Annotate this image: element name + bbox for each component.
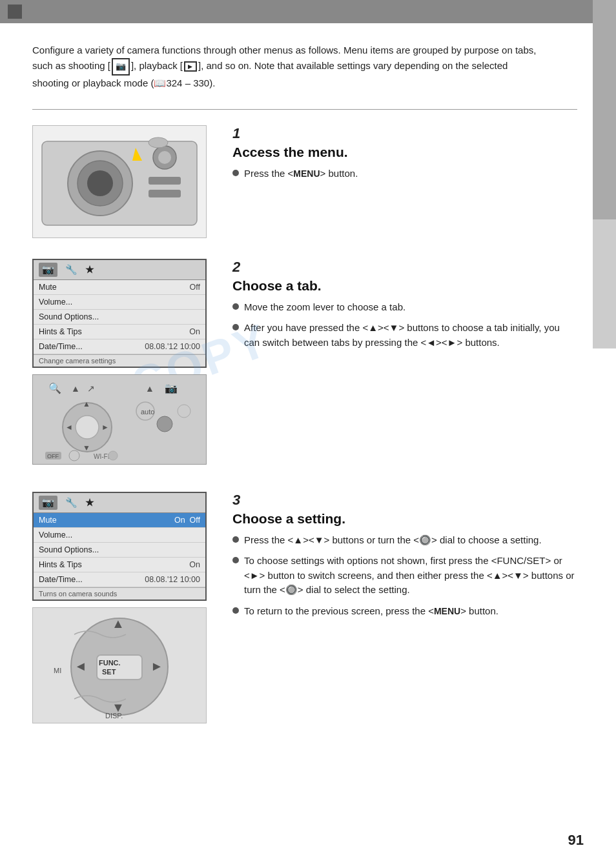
svg-text:▲: ▲ — [145, 383, 154, 394]
svg-text:↗: ↗ — [87, 383, 95, 394]
tab-star: ★ — [85, 264, 94, 276]
step-3-bullet-3: To return to the previous screen, press … — [232, 604, 577, 619]
camera-photo — [32, 125, 207, 238]
bullet-dot-2a — [232, 303, 239, 310]
svg-text:DISP.: DISP. — [105, 712, 123, 720]
step-3-row: 📷 🔧 ★ MuteOn Off Volume... Sound Options… — [32, 492, 577, 723]
svg-text:◄: ◄ — [74, 659, 87, 673]
menu-footer-1: Change camera settings — [34, 354, 205, 367]
camera-body-svg: 🔍 ▲ ↗ ▲ 📷 ▲ ▼ ◄ ► auto — [36, 376, 203, 463]
menu-row-sound-options-2: Sound Options... — [34, 543, 205, 558]
svg-point-5 — [158, 151, 171, 164]
svg-point-9 — [149, 137, 168, 148]
menu-row-volume: Volume... — [34, 295, 205, 310]
svg-point-3 — [87, 170, 113, 196]
step-3-bullet-2: To choose settings with options not show… — [232, 554, 577, 598]
menu-row-mute: MuteOff — [34, 280, 205, 295]
svg-text:FUNC.: FUNC. — [99, 659, 121, 667]
top-bar — [0, 0, 616, 23]
svg-text:▲: ▲ — [71, 383, 80, 394]
svg-text:WI-FI: WI-FI — [94, 453, 109, 460]
svg-rect-6 — [149, 177, 181, 185]
svg-text:▲: ▲ — [112, 616, 125, 631]
step-2-title: Choose a tab. — [232, 278, 577, 294]
main-content: Configure a variety of camera functions … — [0, 23, 616, 763]
camera-icon: 📷 — [112, 58, 130, 76]
bullet-dot-2b — [232, 324, 239, 330]
menu-row-hints-2: Hints & TipsOn — [34, 558, 205, 572]
menu-footer-2: Turns on camera sounds — [34, 587, 205, 600]
step-2-row: 📷 🔧 ★ MuteOff Volume... Sound Options... — [32, 259, 577, 471]
tab-settings-2: 🔧 — [65, 497, 77, 509]
camera-body-diagram: 🔍 ▲ ↗ ▲ 📷 ▲ ▼ ◄ ► auto — [32, 374, 207, 465]
svg-text:OFF: OFF — [47, 453, 59, 459]
tab-camera-2: 📷 — [39, 496, 57, 510]
step-3-title: Choose a setting. — [232, 511, 577, 527]
step-3-text: 3 Choose a setting. Press the <▲><▼> but… — [232, 492, 577, 625]
svg-text:🔍: 🔍 — [48, 382, 61, 394]
step-2-bullets: Move the zoom lever to choose a tab. Aft… — [232, 300, 577, 350]
right-sidebar-lower — [593, 219, 616, 348]
playback-icon — [184, 61, 197, 72]
tab-star-2: ★ — [85, 497, 94, 509]
step-2-bullet-1: Move the zoom lever to choose a tab. — [232, 300, 577, 315]
svg-text:◄: ◄ — [65, 423, 73, 432]
section-divider — [32, 109, 577, 110]
menu-row-mute-2: MuteOn Off — [34, 513, 205, 528]
step-2-bullet-2: After you have pressed the <▲><▼> button… — [232, 321, 577, 350]
step-2-image-area: 📷 🔧 ★ MuteOff Volume... Sound Options... — [32, 259, 213, 471]
svg-text:📷: 📷 — [165, 382, 178, 394]
bullet-dot-3a — [232, 536, 239, 543]
svg-text:auto: auto — [141, 408, 154, 416]
step-2-number: 2 — [232, 259, 577, 276]
menu-row-hints: Hints & TipsOn — [34, 325, 205, 339]
step-1-bullet-1: Press the <MENU> button. — [232, 167, 577, 181]
page-number: 91 — [568, 832, 584, 849]
tab-camera: 📷 — [39, 263, 57, 277]
func-svg: ▲ ▼ ◄ ► FUNC. SET MI DISP. — [36, 609, 203, 722]
svg-text:SET: SET — [102, 668, 116, 676]
menu-screen-1: 📷 🔧 ★ MuteOff Volume... Sound Options... — [32, 259, 207, 368]
bullet-dot — [232, 170, 239, 176]
svg-point-29 — [108, 451, 118, 460]
svg-text:MI: MI — [54, 667, 61, 674]
step-3-number: 3 — [232, 492, 577, 509]
svg-text:▼: ▼ — [83, 443, 90, 452]
camera-diagram-svg — [36, 128, 203, 235]
menu-tabs-2: 📷 🔧 ★ — [34, 493, 205, 513]
step-2-text: 2 Choose a tab. Move the zoom lever to c… — [232, 259, 577, 357]
func-button-image: ▲ ▼ ◄ ► FUNC. SET MI DISP. — [32, 607, 207, 723]
tab-settings: 🔧 — [65, 264, 77, 276]
menu-row-datetime: Date/Time...08.08.'12 10:00 — [34, 339, 205, 354]
svg-text:▲: ▲ — [83, 399, 90, 409]
step-1-image-area — [32, 125, 213, 238]
svg-point-24 — [178, 405, 190, 418]
top-bar-square — [8, 5, 22, 19]
svg-point-23 — [157, 416, 172, 432]
menu-tabs-1: 📷 🔧 ★ — [34, 260, 205, 280]
menu-rows-1: MuteOff Volume... Sound Options... Hints… — [34, 280, 205, 354]
step-1-number: 1 — [232, 125, 577, 142]
menu-screen-2: 📷 🔧 ★ MuteOn Off Volume... Sound Options… — [32, 492, 207, 601]
step-3-image-area: 📷 🔧 ★ MuteOn Off Volume... Sound Options… — [32, 492, 213, 723]
right-sidebar-upper — [593, 0, 616, 219]
svg-point-16 — [76, 416, 99, 439]
svg-text:►: ► — [101, 423, 109, 432]
svg-text:►: ► — [150, 659, 163, 673]
svg-point-27 — [69, 450, 79, 461]
menu-rows-2: MuteOn Off Volume... Sound Options... Hi… — [34, 513, 205, 587]
step-1-text: 1 Access the menu. Press the <MENU> butt… — [232, 125, 577, 188]
bullet-dot-3c — [232, 607, 239, 614]
menu-row-sound-options: Sound Options... — [34, 310, 205, 325]
step-3-bullet-1: Press the <▲><▼> buttons or turn the <🔘>… — [232, 533, 577, 548]
step-1-row: 1 Access the menu. Press the <MENU> butt… — [32, 125, 577, 238]
intro-paragraph: Configure a variety of camera functions … — [32, 43, 577, 91]
menu-row-datetime-2: Date/Time...08.08.'12 10:00 — [34, 572, 205, 587]
svg-rect-7 — [149, 190, 181, 197]
step-1-title: Access the menu. — [232, 145, 577, 160]
step-3-bullets: Press the <▲><▼> buttons or turn the <🔘>… — [232, 533, 577, 619]
menu-row-volume-2: Volume... — [34, 528, 205, 543]
bullet-dot-3b — [232, 557, 239, 563]
step-1-bullets: Press the <MENU> button. — [232, 167, 577, 181]
